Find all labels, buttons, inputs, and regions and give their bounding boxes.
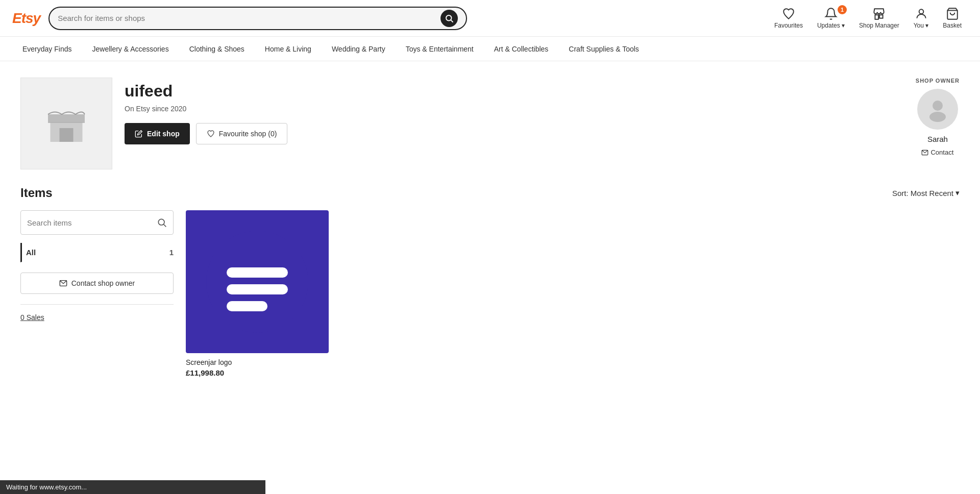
shop-name: uifeed xyxy=(125,82,960,101)
contact-shop-owner-button[interactable]: Contact shop owner xyxy=(20,273,174,294)
nav-art-collectibles[interactable]: Art & Collectibles xyxy=(484,37,559,61)
shop-logo xyxy=(20,78,112,169)
favourites-label: Favourites xyxy=(774,22,803,29)
search-items-input[interactable] xyxy=(27,218,157,227)
shop-actions: Edit shop Favourite shop (0) xyxy=(125,123,960,144)
favourite-shop-button[interactable]: Favourite shop (0) xyxy=(196,123,288,144)
shop-owner-label: SHOP OWNER xyxy=(916,78,960,84)
shop-info: uifeed On Etsy since 2020 Edit shop Favo… xyxy=(125,78,960,144)
svg-point-13 xyxy=(158,219,164,225)
basket-icon xyxy=(946,7,959,20)
nav-everyday-finds[interactable]: Everyday Finds xyxy=(12,37,82,61)
items-title: Items xyxy=(20,186,53,200)
shop-owner-box: SHOP OWNER Sarah Contact xyxy=(916,78,960,156)
svg-point-10 xyxy=(933,101,943,111)
sort-chevron-icon: ▾ xyxy=(955,188,960,197)
category-all-name: All xyxy=(26,248,36,257)
search-bar xyxy=(48,7,467,30)
nav-home-living[interactable]: Home & Living xyxy=(255,37,322,61)
svg-line-14 xyxy=(164,225,166,227)
basket-label: Basket xyxy=(943,22,962,29)
nav-jewellery[interactable]: Jewellery & Accessories xyxy=(82,37,179,61)
svg-point-16 xyxy=(206,231,308,333)
svg-point-11 xyxy=(929,112,946,122)
updates-label: Updates ▾ xyxy=(817,22,845,29)
svg-rect-2 xyxy=(875,15,879,19)
shop-manager-nav[interactable]: Shop Manager xyxy=(853,3,905,33)
heart-icon xyxy=(782,7,795,20)
product-title: Screenjar logo xyxy=(186,358,306,366)
search-items-box xyxy=(20,210,174,235)
category-list: All 1 xyxy=(20,243,174,262)
shop-header: uifeed On Etsy since 2020 Edit shop Favo… xyxy=(0,61,980,186)
products-grid: Screenjar logo £11,998.80 xyxy=(186,210,960,377)
updates-badge: 1 xyxy=(838,5,847,14)
search-items-icon xyxy=(157,217,167,228)
svg-rect-17 xyxy=(227,267,288,278)
bell-icon xyxy=(824,7,838,20)
basket-nav[interactable]: Basket xyxy=(937,3,968,33)
owner-name: Sarah xyxy=(927,135,948,143)
you-nav[interactable]: You ▾ xyxy=(908,3,935,33)
svg-point-0 xyxy=(446,15,452,21)
header: Etsy Favourites 1 Updates ▾ xyxy=(0,0,980,37)
nav-toys-entertainment[interactable]: Toys & Entertainment xyxy=(396,37,484,61)
items-header: Items Sort: Most Recent ▾ xyxy=(20,186,960,200)
screenjar-logo-svg xyxy=(206,231,308,333)
etsy-logo[interactable]: Etsy xyxy=(12,10,40,27)
product-image xyxy=(186,210,329,353)
svg-rect-3 xyxy=(879,15,883,18)
category-all[interactable]: All 1 xyxy=(20,243,174,262)
svg-rect-18 xyxy=(227,284,288,294)
contact-owner-label: Contact shop owner xyxy=(71,279,135,287)
contact-envelope-icon xyxy=(59,279,67,287)
sort-label: Sort: Most Recent xyxy=(892,189,953,197)
you-label: You ▾ xyxy=(914,22,929,29)
sort-button[interactable]: Sort: Most Recent ▾ xyxy=(892,188,960,197)
shop-since: On Etsy since 2020 xyxy=(125,105,960,113)
owner-avatar-icon xyxy=(925,96,950,122)
svg-rect-19 xyxy=(227,301,267,311)
category-all-count: 1 xyxy=(169,248,174,257)
svg-rect-8 xyxy=(48,114,85,122)
owner-avatar xyxy=(917,89,958,130)
favourite-shop-label: Favourite shop (0) xyxy=(219,130,277,138)
shop-icon xyxy=(872,7,886,20)
contact-label: Contact xyxy=(930,149,953,156)
product-price: £11,998.80 xyxy=(186,368,306,377)
svg-rect-7 xyxy=(60,128,74,142)
nav-wedding-party[interactable]: Wedding & Party xyxy=(322,37,396,61)
favourites-nav[interactable]: Favourites xyxy=(768,3,809,33)
items-sidebar: All 1 Contact shop owner 0 Sales xyxy=(20,210,174,377)
items-body: All 1 Contact shop owner 0 Sales xyxy=(20,210,960,377)
user-icon xyxy=(915,7,928,20)
sales-link[interactable]: 0 Sales xyxy=(20,313,44,322)
svg-point-4 xyxy=(919,9,923,14)
shop-store-icon xyxy=(43,101,89,146)
envelope-icon xyxy=(921,149,928,156)
items-section: Items Sort: Most Recent ▾ All 1 xyxy=(0,186,980,398)
heart-outline-icon xyxy=(207,130,215,138)
product-card[interactable]: Screenjar logo £11,998.80 xyxy=(186,210,306,377)
search-button[interactable] xyxy=(440,10,458,27)
owner-contact-link[interactable]: Contact xyxy=(921,149,953,156)
shop-manager-label: Shop Manager xyxy=(859,22,899,29)
nav-icons: Favourites 1 Updates ▾ Shop Manager xyxy=(768,3,968,33)
edit-shop-button[interactable]: Edit shop xyxy=(125,123,190,144)
search-icon xyxy=(445,14,454,23)
edit-shop-label: Edit shop xyxy=(147,130,180,138)
category-nav: Everyday Finds Jewellery & Accessories C… xyxy=(0,37,980,61)
nav-craft-supplies[interactable]: Craft Supplies & Tools xyxy=(558,37,649,61)
search-input[interactable] xyxy=(58,14,440,22)
updates-nav[interactable]: 1 Updates ▾ xyxy=(811,3,851,33)
svg-line-1 xyxy=(451,20,453,22)
pencil-icon xyxy=(135,130,143,138)
product-image-inner xyxy=(186,210,329,353)
nav-clothing-shoes[interactable]: Clothing & Shoes xyxy=(179,37,255,61)
sales-divider xyxy=(20,304,174,305)
